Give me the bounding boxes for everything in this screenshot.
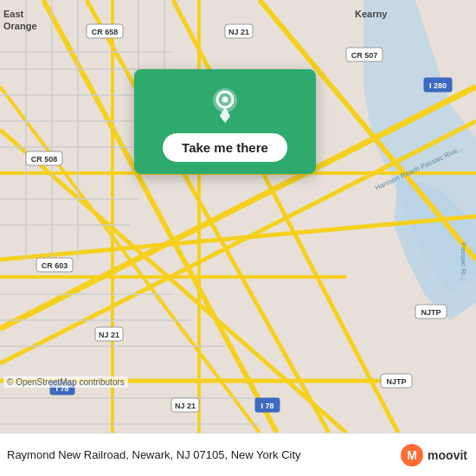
svg-text:Passaic Ri...: Passaic Ri... — [460, 242, 467, 280]
pin-icon — [206, 85, 244, 123]
address-text: Raymond New Railroad, Newark, NJ 07105, … — [7, 448, 400, 461]
svg-text:NJ 21: NJ 21 — [99, 331, 119, 339]
svg-point-63 — [222, 97, 228, 103]
map-background: CR 658 NJ 21 CR 507 I 280 CR 508 Harriso… — [0, 0, 476, 433]
osm-credit: © OpenStreetMap contributors — [3, 376, 128, 388]
bottom-bar: Raymond New Railroad, Newark, NJ 07105, … — [0, 433, 476, 476]
moovit-label-text: moovit — [428, 448, 467, 462]
location-card: Take me there — [134, 69, 316, 174]
svg-text:CR 507: CR 507 — [351, 51, 378, 60]
svg-text:NJTP: NJTP — [421, 308, 441, 317]
svg-text:CR 603: CR 603 — [42, 261, 68, 270]
svg-text:NJ 21: NJ 21 — [228, 28, 249, 36]
svg-text:CR 508: CR 508 — [31, 155, 58, 164]
take-me-there-button[interactable]: Take me there — [163, 133, 287, 162]
svg-text:Orange: Orange — [3, 21, 37, 31]
svg-text:M: M — [407, 448, 417, 462]
svg-text:I 78: I 78 — [261, 402, 273, 410]
svg-text:NJTP: NJTP — [386, 377, 406, 386]
svg-text:I 280: I 280 — [429, 81, 447, 90]
svg-text:CR 658: CR 658 — [92, 28, 119, 36]
map-container: CR 658 NJ 21 CR 507 I 280 CR 508 Harriso… — [0, 0, 476, 433]
svg-text:Kearny: Kearny — [355, 9, 388, 19]
svg-text:East: East — [3, 9, 24, 19]
svg-text:NJ 21: NJ 21 — [175, 402, 196, 410]
moovit-logo: M moovit — [400, 443, 467, 467]
moovit-icon: M — [400, 443, 424, 467]
